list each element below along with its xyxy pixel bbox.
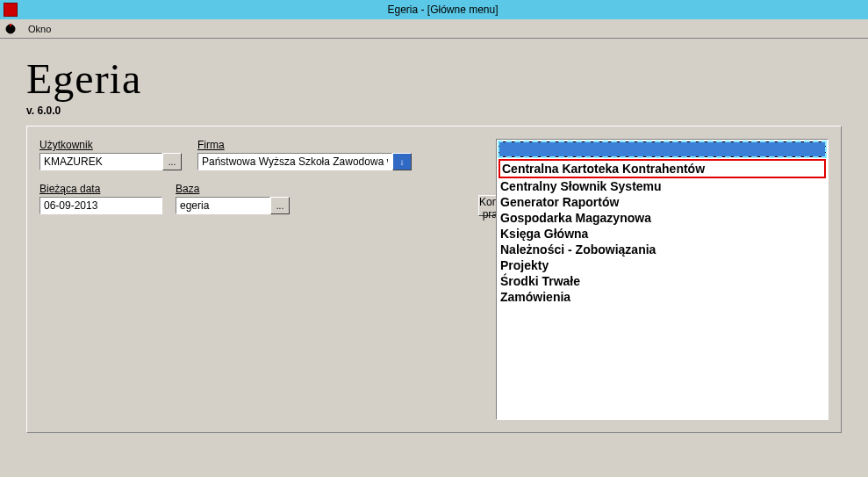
app-version: v. 6.0.0 [26, 105, 842, 117]
window-title: Egeria - [Główne menu] [18, 4, 868, 16]
module-item[interactable]: Gospodarka Magazynowa [497, 210, 828, 226]
module-item[interactable]: Środki Trwałe [497, 273, 828, 289]
user-browse-button[interactable]: ... [162, 153, 182, 170]
company-input[interactable] [197, 153, 392, 170]
svg-rect-1 [10, 24, 11, 26]
db-input[interactable] [176, 197, 270, 214]
app-icon [4, 3, 18, 17]
date-label: Bieżąca data [39, 183, 162, 195]
main-panel: Użytkownik ... Firma ↓ Bieżąca data [26, 126, 842, 433]
module-selected-blank[interactable] [499, 141, 826, 157]
menu-icon [4, 22, 18, 36]
title-bar: Egeria - [Główne menu] [0, 0, 868, 19]
left-column: Użytkownik ... Firma ↓ Bieżąca data [39, 139, 496, 420]
content-area: Egeria v. 6.0.0 Użytkownik ... Firma ↓ [0, 39, 868, 449]
user-input[interactable] [39, 153, 162, 170]
menu-okno[interactable]: Okno [21, 22, 58, 36]
module-item[interactable]: Projekty [497, 257, 828, 273]
module-item[interactable]: Centralna Kartoteka Kontrahentów [499, 159, 826, 178]
module-item[interactable]: Księga Główna [497, 226, 828, 242]
company-dropdown-button[interactable]: ↓ [392, 153, 412, 170]
module-item[interactable]: Centralny Słownik Systemu [497, 178, 828, 194]
db-browse-button[interactable]: ... [270, 197, 290, 214]
date-input[interactable] [39, 197, 162, 214]
company-label: Firma [197, 139, 426, 151]
db-label: Baza [176, 183, 290, 195]
module-list[interactable]: Centralna Kartoteka KontrahentówCentraln… [496, 139, 829, 420]
module-item[interactable]: Zamówienia [497, 289, 828, 305]
menu-bar: Okno [0, 19, 868, 39]
app-logo: Egeria [26, 54, 842, 103]
module-item[interactable]: Należności - Zobowiązania [497, 242, 828, 257]
user-label: Użytkownik [39, 139, 184, 151]
module-item[interactable]: Generator Raportów [497, 194, 828, 210]
